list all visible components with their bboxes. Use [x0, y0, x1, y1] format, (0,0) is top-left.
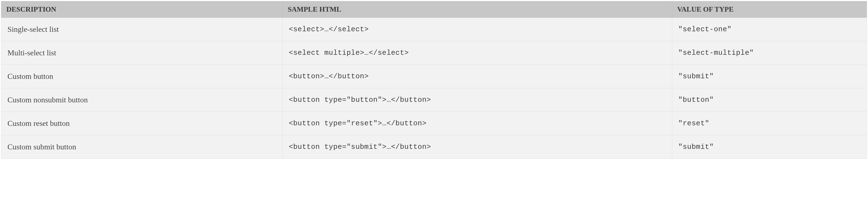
- cell-sample-html: <button type="reset">…</button>: [282, 112, 672, 135]
- table-header-row: DESCRIPTION SAMPLE HTML VALUE OF TYPE: [1, 1, 867, 18]
- header-value-of-type: VALUE OF TYPE: [672, 1, 867, 18]
- cell-value-of-type: "submit": [672, 135, 867, 159]
- cell-value-of-type: "submit": [672, 65, 867, 88]
- table-row: Custom reset button <button type="reset"…: [1, 112, 867, 135]
- cell-sample-html: <button type="submit">…</button>: [282, 135, 672, 159]
- table-row: Custom nonsubmit button <button type="bu…: [1, 88, 867, 112]
- cell-value-of-type: "select-one": [672, 18, 867, 41]
- cell-description: Custom reset button: [1, 112, 283, 135]
- cell-description: Multi-select list: [1, 41, 283, 65]
- cell-sample-html: <select>…</select>: [282, 18, 672, 41]
- cell-description: Single-select list: [1, 18, 283, 41]
- table-row: Single-select list <select>…</select> "s…: [1, 18, 867, 41]
- header-description: DESCRIPTION: [1, 1, 283, 18]
- cell-value-of-type: "select-multiple": [672, 41, 867, 65]
- table-row: Multi-select list <select multiple>…</se…: [1, 41, 867, 65]
- cell-sample-html: <button>…</button>: [282, 65, 672, 88]
- cell-value-of-type: "button": [672, 88, 867, 112]
- cell-sample-html: <button type="button">…</button>: [282, 88, 672, 112]
- table-row: Custom submit button <button type="submi…: [1, 135, 867, 159]
- cell-description: Custom button: [1, 65, 283, 88]
- cell-value-of-type: "reset": [672, 112, 867, 135]
- cell-description: Custom submit button: [1, 135, 283, 159]
- table-row: Custom button <button>…</button> "submit…: [1, 65, 867, 88]
- form-types-table: DESCRIPTION SAMPLE HTML VALUE OF TYPE Si…: [1, 1, 867, 159]
- cell-sample-html: <select multiple>…</select>: [282, 41, 672, 65]
- header-sample-html: SAMPLE HTML: [282, 1, 672, 18]
- cell-description: Custom nonsubmit button: [1, 88, 283, 112]
